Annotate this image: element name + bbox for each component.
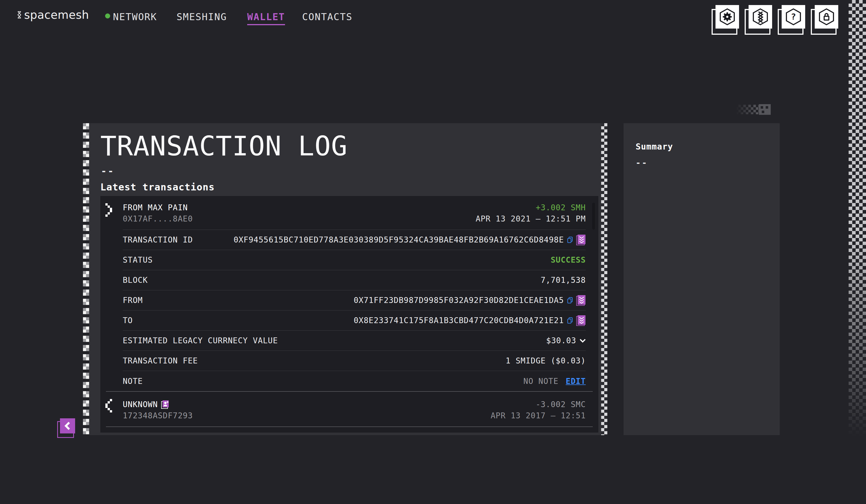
detail-label: FROM: [123, 296, 143, 305]
from-address-value: 0X71FF23DB987D9985F032A92F30D82DE1CEAE1D…: [354, 296, 564, 305]
chevron-down-icon[interactable]: [580, 339, 586, 343]
copy-icon[interactable]: [567, 297, 573, 304]
sent-arrow-icon: [106, 399, 112, 414]
lock-button[interactable]: [815, 5, 838, 28]
network-dna-button[interactable]: [748, 5, 772, 28]
detail-label: TRANSACTION FEE: [123, 356, 198, 365]
title-dashes: --: [101, 165, 115, 176]
help-icon: ?: [785, 8, 802, 26]
nav-item-contacts[interactable]: CONTACTS: [302, 11, 353, 22]
detail-label: STATUS: [123, 255, 153, 265]
explorer-icon[interactable]: [576, 295, 586, 306]
detail-label: BLOCK: [123, 276, 148, 285]
summary-dashes: --: [636, 158, 648, 168]
nav-item-wallet[interactable]: WALLET: [247, 11, 285, 25]
transaction-details: TRANSACTION ID 0XF9455615BC710ED778A3E03…: [123, 230, 586, 391]
edit-note-link[interactable]: EDIT: [566, 377, 586, 386]
summary-panel: Summary --: [624, 123, 780, 435]
top-nav: spacemesh NETWORK SMESHING WALLET CONTAC…: [0, 0, 866, 34]
detail-row-currency-value: ESTIMATED LEGACY CURRNECY VALUE $30.03: [123, 331, 586, 351]
settings-icon: [718, 8, 736, 26]
explorer-icon[interactable]: [576, 234, 586, 245]
to-address-value: 0X8E233741C175F8A1B3CBD477C20CDB4D0A721E…: [354, 316, 564, 325]
detail-label: TO: [123, 316, 133, 325]
transaction-log-panel: TRANSACTION LOG -- Latest transactions F…: [83, 123, 607, 435]
explorer-icon[interactable]: [576, 315, 586, 326]
nav-item-smeshing[interactable]: SMESHING: [177, 11, 227, 22]
detail-row-to: TO 0X8E233741C175F8A1B3CBD477C20CDB4D0A7…: [123, 310, 586, 331]
received-arrow-icon: [106, 203, 112, 218]
add-contact-icon[interactable]: [161, 400, 169, 409]
transaction-row-received[interactable]: FROM MAX PAIN +3.002 SMH 0X17AF....8AE0 …: [100, 196, 598, 230]
logo-text: spacemesh: [24, 8, 89, 21]
tx-amount: +3.002 SMH: [535, 202, 586, 213]
spacemesh-logo[interactable]: spacemesh: [17, 8, 89, 21]
network-dna-icon: [751, 8, 769, 26]
detail-row-block: BLOCK 7,701,538: [123, 270, 586, 290]
back-button[interactable]: [60, 418, 75, 433]
settings-button[interactable]: [715, 5, 739, 28]
detail-row-transaction-id: TRANSACTION ID 0XF9455615BC710ED778A3E03…: [123, 230, 586, 250]
detail-row-status: STATUS SUCCESS: [123, 250, 586, 270]
transaction-id-value: 0XF9455615BC710ED778A3E030389D5F95324CA3…: [233, 235, 564, 244]
detail-row-fee: TRANSACTION FEE 1 SMIDGE ($0.03): [123, 351, 586, 371]
panel-right-checker-border: [601, 123, 607, 435]
edge-checker-decoration: [848, 0, 866, 459]
detail-row-from: FROM 0X71FF23DB987D9985F032A92F30D82DE1C…: [123, 290, 586, 310]
svg-text:?: ?: [791, 11, 796, 22]
currency-value: $30.03: [546, 336, 576, 345]
note-value: NO NOTE: [523, 377, 558, 386]
fee-value: 1 SMIDGE ($0.03): [506, 356, 586, 365]
detail-label: ESTIMATED LEGACY CURRNECY VALUE: [123, 336, 278, 345]
tx-datetime: APR 13 2017 – 12:51: [491, 410, 586, 421]
nav-item-network[interactable]: NETWORK: [113, 11, 157, 22]
tx-address: 0X17AF....8AE0: [123, 213, 193, 225]
detail-label: NOTE: [123, 377, 143, 386]
lock-icon: [818, 8, 835, 26]
list-heading: Latest transactions: [100, 181, 215, 193]
tx-counterparty: FROM MAX PAIN: [123, 202, 188, 213]
block-value: 7,701,538: [541, 276, 586, 285]
transaction-divider: [106, 426, 593, 427]
detail-row-note: NOTE NO NOTE EDIT: [123, 371, 586, 391]
tx-counterparty: UNKNOWN: [123, 399, 158, 410]
dissolve-decoration: [736, 104, 771, 115]
spacemesh-glyph-icon: [17, 10, 22, 19]
page-title: TRANSACTION LOG: [100, 130, 347, 162]
copy-icon[interactable]: [567, 236, 573, 244]
tx-datetime: APR 13 2021 – 12:51 PM: [476, 213, 586, 225]
list-scrollbar-thumb[interactable]: [592, 203, 595, 230]
copy-icon[interactable]: [567, 317, 573, 324]
transaction-row-sent[interactable]: UNKNOWN -3.002 SMC: [100, 392, 598, 426]
detail-label: TRANSACTION ID: [123, 235, 193, 244]
panel-left-checker-border: [83, 123, 89, 435]
status-badge: SUCCESS: [551, 255, 586, 265]
tx-amount: -3.002 SMC: [535, 399, 586, 410]
chevron-left-icon: [64, 422, 71, 430]
help-button[interactable]: ?: [782, 5, 805, 28]
transaction-list: FROM MAX PAIN +3.002 SMH 0X17AF....8AE0 …: [100, 196, 598, 433]
network-status-dot: [105, 13, 110, 19]
summary-title: Summary: [636, 142, 673, 151]
tx-address: 172348ASDF7293: [123, 410, 193, 421]
